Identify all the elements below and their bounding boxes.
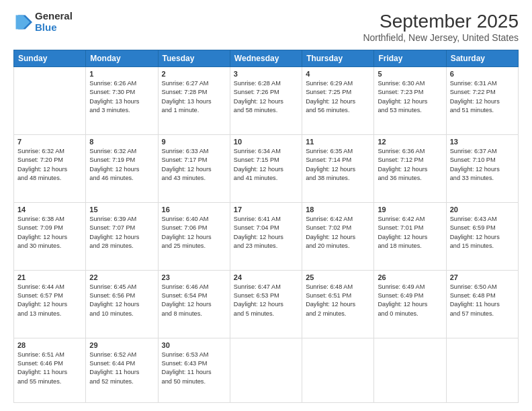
day-info: Sunrise: 6:27 AM Sunset: 7:28 PM Dayligh…	[162, 79, 226, 115]
day-number: 5	[378, 70, 442, 78]
table-row: 9Sunrise: 6:33 AM Sunset: 7:17 PM Daylig…	[158, 134, 230, 202]
table-row	[230, 338, 302, 402]
day-info: Sunrise: 6:51 AM Sunset: 6:46 PM Dayligh…	[17, 351, 82, 386]
day-number: 15	[89, 205, 154, 214]
table-row: 16Sunrise: 6:40 AM Sunset: 7:06 PM Dayli…	[158, 202, 230, 270]
table-row: 28Sunrise: 6:51 AM Sunset: 6:46 PM Dayli…	[14, 338, 86, 402]
day-number: 3	[234, 70, 298, 78]
table-row: 17Sunrise: 6:41 AM Sunset: 7:04 PM Dayli…	[230, 202, 302, 270]
day-number: 24	[234, 273, 298, 281]
calendar-header-row: Sunday Monday Tuesday Wednesday Thursday…	[14, 50, 519, 67]
calendar-week-row: 7Sunrise: 6:32 AM Sunset: 7:20 PM Daylig…	[14, 134, 519, 202]
table-row: 20Sunrise: 6:43 AM Sunset: 6:59 PM Dayli…	[446, 202, 518, 270]
table-row: 15Sunrise: 6:39 AM Sunset: 7:07 PM Dayli…	[86, 202, 158, 270]
logo-icon	[13, 13, 32, 32]
day-info: Sunrise: 6:48 AM Sunset: 6:51 PM Dayligh…	[306, 283, 370, 318]
table-row: 7Sunrise: 6:32 AM Sunset: 7:20 PM Daylig…	[14, 134, 86, 202]
day-info: Sunrise: 6:44 AM Sunset: 6:57 PM Dayligh…	[17, 283, 82, 318]
table-row: 11Sunrise: 6:35 AM Sunset: 7:14 PM Dayli…	[302, 134, 374, 202]
day-info: Sunrise: 6:45 AM Sunset: 6:56 PM Dayligh…	[89, 283, 154, 318]
day-number: 21	[17, 273, 82, 281]
table-row: 18Sunrise: 6:42 AM Sunset: 7:02 PM Dayli…	[302, 202, 374, 270]
day-info: Sunrise: 6:52 AM Sunset: 6:44 PM Dayligh…	[89, 351, 154, 386]
day-info: Sunrise: 6:38 AM Sunset: 7:09 PM Dayligh…	[17, 215, 82, 250]
calendar-week-row: 14Sunrise: 6:38 AM Sunset: 7:09 PM Dayli…	[14, 202, 519, 270]
table-row: 3Sunrise: 6:28 AM Sunset: 7:26 PM Daylig…	[230, 67, 302, 135]
table-row: 6Sunrise: 6:31 AM Sunset: 7:22 PM Daylig…	[446, 67, 518, 135]
day-info: Sunrise: 6:32 AM Sunset: 7:19 PM Dayligh…	[89, 147, 154, 183]
month-title: September 2025	[363, 11, 519, 32]
svg-marker-1	[16, 15, 30, 29]
header: General Blue September 2025 Northfield, …	[13, 11, 519, 43]
day-info: Sunrise: 6:41 AM Sunset: 7:04 PM Dayligh…	[234, 215, 298, 250]
table-row: 30Sunrise: 6:53 AM Sunset: 6:43 PM Dayli…	[158, 338, 230, 402]
day-info: Sunrise: 6:46 AM Sunset: 6:54 PM Dayligh…	[162, 283, 226, 318]
title-area: September 2025 Northfield, New Jersey, U…	[363, 11, 519, 43]
day-number: 10	[234, 138, 298, 146]
day-info: Sunrise: 6:53 AM Sunset: 6:43 PM Dayligh…	[162, 351, 226, 386]
day-number: 30	[162, 341, 226, 349]
day-info: Sunrise: 6:31 AM Sunset: 7:22 PM Dayligh…	[450, 79, 515, 115]
table-row: 19Sunrise: 6:42 AM Sunset: 7:01 PM Dayli…	[374, 202, 446, 270]
day-info: Sunrise: 6:35 AM Sunset: 7:14 PM Dayligh…	[306, 147, 370, 183]
day-info: Sunrise: 6:26 AM Sunset: 7:30 PM Dayligh…	[89, 79, 154, 115]
table-row: 25Sunrise: 6:48 AM Sunset: 6:51 PM Dayli…	[302, 270, 374, 338]
table-row	[14, 67, 86, 135]
table-row: 12Sunrise: 6:36 AM Sunset: 7:12 PM Dayli…	[374, 134, 446, 202]
day-info: Sunrise: 6:39 AM Sunset: 7:07 PM Dayligh…	[89, 215, 154, 250]
table-row	[446, 338, 518, 402]
day-info: Sunrise: 6:30 AM Sunset: 7:23 PM Dayligh…	[378, 79, 442, 115]
day-number: 8	[89, 138, 154, 146]
table-row: 10Sunrise: 6:34 AM Sunset: 7:15 PM Dayli…	[230, 134, 302, 202]
day-number: 19	[378, 205, 442, 214]
day-number: 2	[162, 70, 226, 78]
table-row: 26Sunrise: 6:49 AM Sunset: 6:49 PM Dayli…	[374, 270, 446, 338]
day-number: 12	[378, 138, 442, 146]
day-info: Sunrise: 6:33 AM Sunset: 7:17 PM Dayligh…	[162, 147, 226, 183]
table-row: 5Sunrise: 6:30 AM Sunset: 7:23 PM Daylig…	[374, 67, 446, 135]
day-number: 29	[89, 341, 154, 349]
col-tuesday: Tuesday	[158, 50, 230, 67]
col-sunday: Sunday	[14, 50, 86, 67]
day-info: Sunrise: 6:28 AM Sunset: 7:26 PM Dayligh…	[234, 79, 298, 115]
day-number: 4	[306, 70, 370, 78]
day-info: Sunrise: 6:36 AM Sunset: 7:12 PM Dayligh…	[378, 147, 442, 183]
day-number: 20	[450, 205, 515, 214]
day-info: Sunrise: 6:29 AM Sunset: 7:25 PM Dayligh…	[306, 79, 370, 115]
table-row: 27Sunrise: 6:50 AM Sunset: 6:48 PM Dayli…	[446, 270, 518, 338]
day-number: 7	[17, 138, 82, 146]
day-number: 22	[89, 273, 154, 281]
day-info: Sunrise: 6:34 AM Sunset: 7:15 PM Dayligh…	[234, 147, 298, 183]
day-info: Sunrise: 6:50 AM Sunset: 6:48 PM Dayligh…	[450, 283, 515, 318]
day-number: 18	[306, 205, 370, 214]
table-row: 21Sunrise: 6:44 AM Sunset: 6:57 PM Dayli…	[14, 270, 86, 338]
day-number: 25	[306, 273, 370, 281]
day-number: 6	[450, 70, 515, 78]
table-row: 4Sunrise: 6:29 AM Sunset: 7:25 PM Daylig…	[302, 67, 374, 135]
calendar-week-row: 28Sunrise: 6:51 AM Sunset: 6:46 PM Dayli…	[14, 338, 519, 402]
col-thursday: Thursday	[302, 50, 374, 67]
col-saturday: Saturday	[446, 50, 518, 67]
table-row: 29Sunrise: 6:52 AM Sunset: 6:44 PM Dayli…	[86, 338, 158, 402]
day-info: Sunrise: 6:47 AM Sunset: 6:53 PM Dayligh…	[234, 283, 298, 318]
day-info: Sunrise: 6:37 AM Sunset: 7:10 PM Dayligh…	[450, 147, 515, 183]
logo: General Blue	[13, 11, 73, 33]
table-row: 22Sunrise: 6:45 AM Sunset: 6:56 PM Dayli…	[86, 270, 158, 338]
calendar-week-row: 21Sunrise: 6:44 AM Sunset: 6:57 PM Dayli…	[14, 270, 519, 338]
day-number: 13	[450, 138, 515, 146]
logo-blue-text: Blue	[35, 22, 73, 34]
table-row: 14Sunrise: 6:38 AM Sunset: 7:09 PM Dayli…	[14, 202, 86, 270]
day-info: Sunrise: 6:42 AM Sunset: 7:02 PM Dayligh…	[306, 215, 370, 250]
day-info: Sunrise: 6:49 AM Sunset: 6:49 PM Dayligh…	[378, 283, 442, 318]
calendar-table: Sunday Monday Tuesday Wednesday Thursday…	[13, 50, 519, 403]
calendar-week-row: 1Sunrise: 6:26 AM Sunset: 7:30 PM Daylig…	[14, 67, 519, 135]
table-row: 24Sunrise: 6:47 AM Sunset: 6:53 PM Dayli…	[230, 270, 302, 338]
logo-general-text: General	[35, 11, 73, 22]
table-row	[302, 338, 374, 402]
location-text: Northfield, New Jersey, United States	[363, 32, 519, 43]
day-number: 9	[162, 138, 226, 146]
day-number: 28	[17, 341, 82, 349]
day-number: 23	[162, 273, 226, 281]
day-info: Sunrise: 6:40 AM Sunset: 7:06 PM Dayligh…	[162, 215, 226, 250]
table-row: 1Sunrise: 6:26 AM Sunset: 7:30 PM Daylig…	[86, 67, 158, 135]
